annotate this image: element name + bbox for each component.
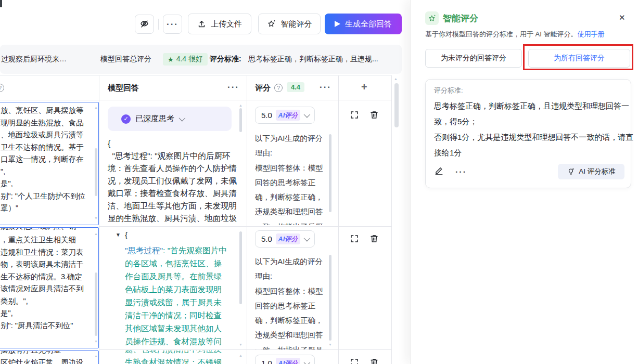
check-circle-icon: ✓ — [121, 114, 131, 124]
cell-scroll-up-icon[interactable]: ▲ — [94, 354, 98, 358]
add-column-button[interactable]: + — [361, 81, 367, 93]
expand-row-button-row2[interactable] — [350, 234, 359, 245]
score-dropdown-row2[interactable]: 5.0 AI评分 — [255, 230, 315, 248]
upload-file-button[interactable]: 上传文件 — [188, 14, 251, 34]
cell-scroll-down-icon[interactable]: ▼ — [94, 216, 98, 220]
cropped-edge-mark — [0, 0, 2, 7]
cell-scrollbar[interactable] — [329, 255, 331, 341]
criteria-card-text: 思考标签正确，判断标签正确，且违规类型和理想回答一 致，得5分； 否则得1分，尤… — [434, 98, 633, 161]
criteria-more-button[interactable]: ··· — [455, 167, 467, 177]
table-top-border — [0, 75, 392, 76]
cell-scroll-up-icon[interactable]: ▲ — [94, 232, 98, 236]
question-cell-row2-text: ，重点关注卫生相关细 违规和卫生情况：菜刀表 物，表明该厨具未清洁干 生不达标的… — [1, 234, 84, 332]
delete-row-button-row1[interactable] — [369, 110, 379, 122]
score-column-menu[interactable]: ··· — [320, 82, 331, 93]
col-divider-1 — [99, 75, 99, 364]
cell-scrollbar[interactable] — [239, 231, 242, 304]
model-answer-cell-row2[interactable]: ▼ { "思考过程": "首先观察图片中 的各区域，包括烹饪区、操 作台面及厨具… — [100, 227, 246, 349]
score-unrated-button[interactable]: 为未评分的回答评分 — [425, 49, 522, 68]
app-window: ··· 上传文件 智能评分 生成全部回答 过观察后厨环境来判断... 模型回答总… — [0, 0, 638, 364]
cell-scroll-down-icon[interactable]: ▼ — [239, 343, 243, 346]
chevron-down-icon — [304, 359, 311, 364]
table-scrollbar[interactable] — [394, 83, 399, 127]
json-collapse-toggle[interactable]: ▼ — [116, 232, 121, 238]
score-reason-row2: 以下为AI生成的评分 理由: 模型回答整体：模型 回答的思考标签正 确，判断标签… — [255, 254, 323, 349]
cell-scroll-up-icon[interactable]: ▲ — [239, 103, 243, 107]
expand-row-button-row1[interactable] — [350, 110, 359, 122]
smart-score-panel-icon — [425, 11, 439, 25]
panel-title: 智能评分 — [443, 12, 478, 24]
score-dropdown-row3[interactable]: 1.0 AI评分 — [255, 355, 315, 364]
table-header-border — [0, 100, 392, 100]
question-cell-row1[interactable]: 放、烹饪区、厨具摆放等 现明显的生熟混放、食品 、地面垃圾或厨具污渍等 卫生不达… — [0, 102, 99, 225]
model-answer-column-menu[interactable]: ··· — [227, 82, 239, 93]
criteria-label: 评分标准: — [210, 55, 241, 64]
score-average-badge: 4.4 — [287, 82, 304, 92]
cell-scroll-up-icon[interactable]: ▲ — [239, 354, 243, 357]
col-divider-3 — [338, 75, 339, 364]
ai-score-tag: AI评分 — [276, 358, 301, 364]
scoring-criteria-card: 评分标准: 思考标签正确，判断标签正确，且违规类型和理想回答一 致，得5分； 否… — [425, 79, 631, 188]
col-divider-2 — [247, 75, 247, 364]
clipped-line: 题、包装污渍清洁不到位及 — [125, 350, 222, 356]
clipped-line: 摆放有序且无明显 — [1, 350, 61, 356]
bulb-sparkle-icon — [567, 167, 575, 176]
generate-all-answers-button[interactable]: 生成全部回答 — [325, 14, 402, 34]
cell-scrollbar[interactable] — [239, 108, 242, 132]
cell-scrollbar[interactable] — [95, 148, 97, 196]
expand-row-button-row3[interactable] — [350, 358, 359, 364]
score-all-button[interactable]: 为所有回答评分 — [528, 49, 630, 68]
answer-summary-strip: 过观察后厨环境来判断... 模型回答总评分 ★ 4.4 很好 评分标准: 思考标… — [0, 45, 402, 74]
more-actions-button[interactable]: ··· — [163, 15, 182, 34]
ai-score-tag: AI评分 — [276, 110, 301, 121]
model-answer-row1-text: { "思考过程": "观察图片中的后厨环 境：首先查看人员操作的个人防护情 况，… — [108, 137, 237, 225]
edit-criteria-button[interactable] — [434, 166, 444, 178]
question-preview: 过观察后厨环境来判断... — [1, 55, 71, 64]
upload-file-label: 上传文件 — [211, 19, 242, 29]
close-panel-icon[interactable]: ✕ — [619, 13, 626, 22]
score-dropdown-row1[interactable]: 5.0 AI评分 — [255, 107, 315, 124]
col-divider-4 — [391, 75, 392, 364]
model-answer-cell-row1[interactable]: ✓ 已深度思考 { "思考过程": "观察图片中的后厨环 境：首先查看人员操作的… — [100, 101, 246, 225]
deep-thinking-label: 已深度思考 — [135, 114, 174, 124]
fullscreen-icon — [350, 234, 359, 243]
cell-scroll-down-icon[interactable]: ▼ — [328, 343, 332, 346]
green-star-icon: ★ — [168, 56, 174, 63]
cell-scroll-up-icon[interactable]: ▲ — [94, 106, 98, 109]
delete-row-button-row3[interactable] — [369, 358, 379, 364]
toolbar-divider — [158, 19, 159, 30]
hide-columns-button[interactable] — [135, 15, 154, 34]
cell-scroll-down-icon[interactable]: ▼ — [94, 340, 98, 343]
model-answer-header: 模型回答 — [108, 83, 139, 93]
smart-scoring-panel: 智能评分 ✕ 基于你对模型回答的评分标准，用于 AI 智能评分。使用手册 为未评… — [410, 0, 638, 364]
question-column-help-icon: ? — [0, 84, 4, 92]
model-answer-row2-text: "思考过程": "首先观察图片中 的各区域，包括烹饪区、操 作台面及厨具等。在前… — [125, 244, 227, 349]
table-scroll-up-icon[interactable]: ▲ — [394, 77, 398, 81]
question-cell-row1-text: 放、烹饪区、厨具摆放等 现明显的生熟混放、食品 、地面垃圾或厨具污渍等 卫生不达… — [1, 105, 85, 215]
pencil-icon — [434, 166, 444, 176]
chevron-down-icon — [304, 235, 311, 242]
total-score-label: 模型回答总评分 — [100, 55, 151, 64]
user-manual-link[interactable]: 使用手册 — [578, 30, 605, 38]
smart-score-button[interactable]: 智能评分 — [258, 14, 321, 34]
total-score-badge: ★ 4.4 很好 — [163, 53, 208, 66]
question-cell-row2[interactable]: 观察其他区域炉灶、锅 ，重点关注卫生相关细 违规和卫生情况：菜刀表 物，表明该厨… — [0, 227, 99, 348]
score-value: 1.0 — [261, 359, 272, 364]
smart-score-label: 智能评分 — [281, 19, 312, 29]
trash-icon — [369, 358, 379, 364]
delete-row-button-row2[interactable] — [369, 234, 379, 245]
clipped-line: 观察其他区域炉灶、锅 — [1, 227, 76, 233]
deep-thinking-toggle[interactable]: ✓ 已深度思考 — [108, 107, 232, 131]
total-score-value: 4.4 — [176, 55, 186, 63]
row-divider-1 — [99, 226, 392, 227]
cell-scrollbar[interactable] — [95, 272, 97, 336]
cell-scrollbar[interactable] — [329, 134, 331, 212]
model-answer-cell-row3[interactable]: 题、包装污渍清洁不到位及 生熟食材混放情况；不锈钢 ▲ — [100, 350, 246, 364]
score-value: 5.0 — [261, 235, 272, 243]
score-cell-row1: 5.0 AI评分 以下为AI生成的评分 理由: 模型回答整体：模型 回答的思考标… — [248, 101, 338, 225]
ai-criteria-button[interactable]: AI 评分标准 — [558, 164, 624, 179]
score-header: 评分 — [255, 83, 271, 93]
question-cell-row3[interactable]: 摆放有序且无明显 区炉灶火焰正常，周边设 ▲ — [0, 350, 99, 364]
criteria-preview: 思考标签正确，判断标签正确，且违规... — [248, 55, 398, 64]
score-cell-row2: 5.0 AI评分 以下为AI生成的评分 理由: 模型回答整体：模型 回答的思考标… — [248, 227, 338, 349]
